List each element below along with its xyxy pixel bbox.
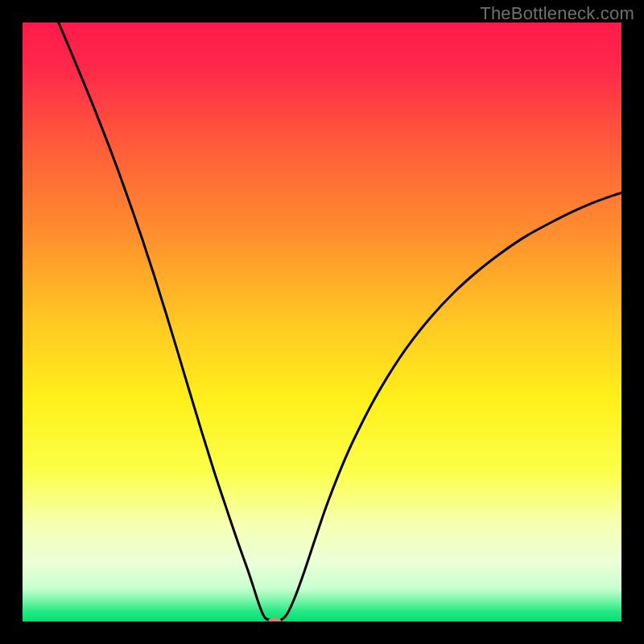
gradient-background (23, 23, 621, 621)
watermark-text: TheBottleneck.com (480, 3, 634, 24)
chart-svg (23, 23, 621, 621)
chart-frame: TheBottleneck.com (0, 0, 644, 644)
plot-area (23, 23, 621, 621)
